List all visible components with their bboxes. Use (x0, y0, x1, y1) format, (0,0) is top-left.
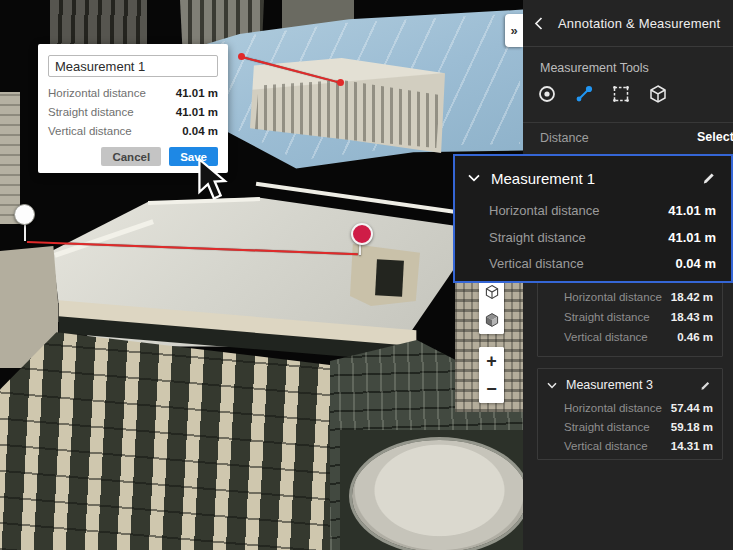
cube-outline-icon (484, 284, 500, 300)
measurement-3-header: Measurement 3 (547, 376, 713, 394)
popup-row-value: 0.04 m (182, 125, 218, 137)
row-value: 18.42 m (671, 291, 713, 305)
measurement-row: Vertical distance 0.46 m (564, 331, 713, 345)
select-all-button[interactable]: Select All (697, 128, 733, 146)
measurement-tools (536, 83, 669, 105)
cancel-button[interactable]: Cancel (101, 147, 161, 166)
distance-label: Distance (540, 131, 589, 145)
measurement-name-input[interactable] (48, 55, 218, 77)
building-block (0, 92, 20, 224)
zoom-in-button[interactable]: + (479, 347, 504, 375)
chevron-down-icon[interactable] (547, 382, 557, 389)
row-label: Straight distance (564, 311, 650, 325)
back-button[interactable] (530, 13, 547, 34)
measurement-point[interactable] (238, 53, 245, 60)
measurement-start-pin[interactable] (14, 204, 35, 225)
measurement-row: Straight distance 41.01 m (489, 230, 716, 248)
measurement-row: Straight distance 18.43 m (564, 311, 713, 325)
measurement-row: Straight distance 59.18 m (564, 421, 713, 435)
pencil-icon (700, 380, 711, 391)
row-label: Horizontal distance (564, 291, 662, 305)
row-value: 41.01 m (668, 203, 716, 221)
map-3d-view[interactable]: » + − (0, 0, 523, 550)
row-value: 57.44 m (671, 402, 713, 416)
building-facade (0, 330, 332, 550)
row-value: 14.31 m (671, 440, 713, 454)
app-window: » + − (0, 0, 733, 550)
view-mode-buttons (479, 278, 504, 334)
measurement-3-card[interactable]: Measurement 3 Horizontal distance 57.44 … (537, 368, 723, 460)
chevron-left-icon (534, 17, 543, 30)
cube-solid-button[interactable] (479, 306, 504, 334)
chevron-down-icon[interactable] (468, 174, 480, 182)
pin-stem (24, 224, 26, 241)
row-label: Vertical distance (564, 440, 648, 454)
panel-header: Annotation & Measurement (523, 0, 733, 47)
sidebar-collapse-button[interactable]: » (505, 14, 523, 47)
area-tool-icon (611, 84, 631, 104)
zoom-controls: + − (479, 347, 504, 403)
row-label: Straight distance (489, 230, 586, 248)
pencil-icon (702, 171, 716, 185)
popup-buttons: Cancel Save (48, 147, 218, 166)
measurement-row: Horizontal distance 41.01 m (489, 203, 716, 221)
popup-row-value: 41.01 m (176, 87, 218, 99)
pin-stem (359, 244, 361, 255)
row-value: 18.43 m (671, 311, 713, 325)
panel-title: Annotation & Measurement (558, 16, 720, 31)
popup-row: Vertical distance 0.04 m (48, 122, 218, 139)
distance-section-header: Distance Select All (523, 123, 733, 152)
measurement-point[interactable] (337, 79, 344, 86)
row-label: Horizontal distance (564, 402, 662, 416)
row-label: Vertical distance (489, 256, 584, 274)
row-label: Horizontal distance (489, 203, 600, 221)
row-value: 0.04 m (676, 256, 716, 274)
measurement-3-title: Measurement 3 (566, 378, 698, 392)
point-tool-button[interactable] (536, 83, 558, 105)
zoom-out-button[interactable]: − (479, 375, 504, 403)
row-label: Vertical distance (564, 331, 648, 345)
point-tool-icon (537, 84, 557, 104)
measurement-row: Horizontal distance 18.42 m (564, 291, 713, 305)
measurement-row: Vertical distance 0.04 m (489, 256, 716, 274)
measurement-row: Horizontal distance 57.44 m (564, 402, 713, 416)
popup-row: Straight distance 41.01 m (48, 103, 218, 120)
popup-row-label: Vertical distance (48, 125, 132, 137)
measurement-row: Vertical distance 14.31 m (564, 440, 713, 454)
row-value: 0.46 m (677, 331, 713, 345)
rooftop-door (375, 259, 404, 296)
edit-measurement-button[interactable] (700, 169, 718, 187)
area-tool-button[interactable] (610, 83, 632, 105)
circular-structure (352, 440, 523, 550)
selected-measurement-title: Measurement 1 (491, 170, 700, 187)
popup-row-label: Straight distance (48, 106, 134, 118)
measurement-end-pin[interactable] (351, 223, 373, 245)
row-label: Straight distance (564, 421, 650, 435)
distance-tool-button[interactable] (573, 83, 595, 105)
measurement-tools-label: Measurement Tools (540, 61, 649, 75)
row-value: 41.01 m (668, 230, 716, 248)
mouse-cursor (198, 158, 232, 202)
measurement-popup: Horizontal distance 41.01 m Straight dis… (38, 44, 228, 173)
popup-row-label: Horizontal distance (48, 87, 146, 99)
volume-tool-button[interactable] (647, 83, 669, 105)
volume-tool-icon (648, 84, 668, 104)
selected-measurement-header: Measurement 1 (468, 167, 718, 189)
selected-measurement-panel[interactable]: Measurement 1 Horizontal distance 41.01 … (453, 154, 733, 283)
edit-measurement-button[interactable] (698, 378, 713, 393)
distance-tool-icon (574, 84, 594, 104)
row-value: 59.18 m (671, 421, 713, 435)
popup-row: Horizontal distance 41.01 m (48, 84, 218, 101)
popup-row-value: 41.01 m (176, 106, 218, 118)
cube-solid-icon (484, 312, 500, 328)
